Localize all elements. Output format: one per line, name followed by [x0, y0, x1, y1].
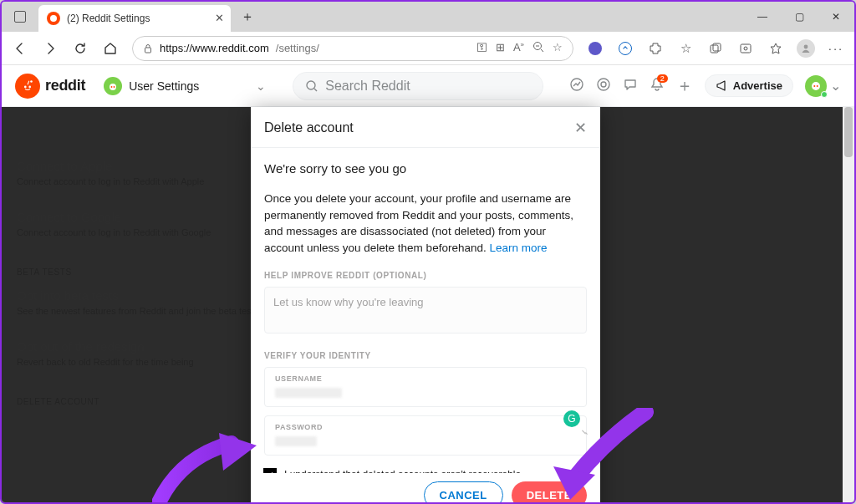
notifications-icon[interactable]: 2 — [650, 77, 665, 95]
browser-tab[interactable]: (2) Reddit Settings ✕ — [38, 5, 231, 32]
svg-point-12 — [114, 86, 115, 88]
back-button[interactable] — [7, 35, 33, 62]
modal-subtitle: We're sorry to see you go — [264, 161, 587, 176]
more-menu-button[interactable]: ··· — [823, 35, 849, 62]
home-button[interactable] — [97, 35, 124, 62]
url-host: https://www.reddit.com — [160, 42, 269, 54]
reddit-logo-text: reddit — [45, 77, 85, 94]
extension-1-icon[interactable] — [582, 35, 609, 62]
address-bar[interactable]: https://www.reddit.com/settings/ ⚿ ⊞ A» … — [132, 36, 573, 61]
reddit-logo[interactable]: reddit — [15, 74, 85, 99]
svg-point-13 — [307, 81, 315, 89]
password-field[interactable]: PASSWORD — [264, 415, 587, 456]
nav-label: User Settings — [129, 79, 199, 93]
megaphone-icon — [716, 79, 728, 92]
window-minimize-button[interactable]: — — [744, 2, 781, 32]
modal-description: Once you delete your account, your profi… — [264, 191, 587, 256]
svg-point-8 — [28, 85, 31, 88]
password-label: PASSWORD — [275, 423, 576, 431]
screenshot-icon[interactable] — [732, 35, 759, 62]
username-label: USERNAME — [275, 374, 576, 383]
scrollbar-track[interactable] — [843, 107, 854, 502]
create-post-icon[interactable]: ＋ — [676, 74, 693, 97]
profile-avatar[interactable] — [792, 35, 819, 62]
modal-title: Delete account — [264, 120, 354, 135]
reload-button[interactable] — [67, 35, 94, 62]
annotation-arrow-right — [545, 408, 654, 500]
chevron-down-icon: ⌄ — [256, 79, 266, 93]
consent-label: I understand that deleted accounts aren'… — [284, 469, 521, 473]
username-value-redacted — [275, 388, 342, 398]
svg-point-5 — [744, 47, 747, 50]
extensions-icon[interactable] — [642, 35, 669, 62]
chevron-down-icon: ⌄ — [830, 78, 841, 94]
chat-icon[interactable] — [623, 77, 638, 95]
username-field[interactable]: USERNAME — [264, 367, 587, 407]
nav-dropdown[interactable]: User Settings ⌄ — [97, 74, 273, 99]
svg-rect-0 — [145, 48, 151, 53]
new-tab-button[interactable]: ＋ — [236, 5, 259, 28]
svg-point-6 — [804, 44, 808, 48]
scrollbar-thumb[interactable] — [844, 107, 853, 157]
window-close-button[interactable]: ✕ — [818, 2, 854, 32]
reddit-logo-icon — [15, 74, 40, 99]
favorites-icon[interactable]: ☆ — [672, 35, 699, 62]
svg-point-16 — [601, 82, 606, 87]
svg-point-17 — [812, 82, 820, 90]
reddit-favicon-icon — [47, 12, 60, 25]
svg-point-10 — [110, 84, 116, 90]
performance-icon[interactable] — [762, 35, 789, 62]
svg-point-18 — [813, 85, 815, 87]
browser-toolbar: https://www.reddit.com/settings/ ⚿ ⊞ A» … — [2, 32, 854, 65]
popular-icon[interactable] — [569, 77, 584, 95]
password-value-redacted — [275, 436, 317, 446]
notif-badge: 2 — [657, 74, 668, 83]
browser-titlebar: (2) Reddit Settings ✕ ＋ — ▢ ✕ — [2, 2, 854, 32]
collections-icon[interactable] — [702, 35, 729, 62]
tab-title: (2) Reddit Settings — [67, 13, 150, 24]
zoom-icon[interactable] — [532, 41, 544, 55]
search-placeholder: Search Reddit — [325, 79, 410, 94]
consent-checkbox-row[interactable]: ✓ I understand that deleted accounts are… — [264, 469, 587, 473]
user-menu[interactable]: ⌄ — [805, 75, 841, 97]
svg-point-19 — [817, 85, 818, 87]
user-avatar-icon — [805, 75, 827, 97]
svg-point-11 — [111, 86, 113, 88]
favorite-star-icon[interactable]: ☆ — [553, 41, 563, 55]
learn-more-link[interactable]: Learn more — [489, 242, 547, 254]
window-maximize-button[interactable]: ▢ — [781, 2, 818, 32]
coin-icon[interactable] — [596, 77, 611, 95]
svg-rect-2 — [711, 45, 718, 53]
url-path: /settings/ — [276, 42, 319, 54]
svg-rect-3 — [713, 43, 721, 51]
extension-2-icon[interactable] — [612, 35, 639, 62]
presence-dot-icon — [821, 91, 828, 98]
svg-rect-4 — [741, 44, 751, 53]
svg-point-15 — [598, 79, 609, 90]
modal-close-icon[interactable]: ✕ — [574, 119, 587, 137]
annotation-arrow-left — [152, 433, 261, 504]
snoo-icon — [104, 77, 122, 95]
advertise-button[interactable]: Advertise — [705, 74, 793, 97]
lock-icon — [143, 43, 153, 53]
svg-point-7 — [24, 85, 27, 88]
read-aloud-icon[interactable]: A» — [513, 41, 524, 55]
apps-icon[interactable]: ⊞ — [496, 41, 505, 55]
consent-checkbox[interactable]: ✓ — [264, 469, 276, 473]
search-input[interactable]: Search Reddit — [293, 72, 543, 100]
password-key-icon[interactable]: ⚿ — [476, 41, 487, 55]
tab-close-icon[interactable]: ✕ — [215, 12, 224, 24]
help-section-label: HELP IMPROVE REDDIT (OPTIONAL) — [264, 271, 587, 280]
svg-point-9 — [30, 80, 33, 83]
cancel-button[interactable]: CANCEL — [424, 481, 503, 504]
reddit-header: reddit User Settings ⌄ Search Reddit 2 ＋… — [2, 65, 854, 107]
tab-actions-icon[interactable] — [2, 2, 38, 32]
verify-section-label: VERIFY YOUR IDENTITY — [264, 351, 587, 360]
feedback-textarea[interactable] — [264, 287, 587, 333]
search-icon — [305, 79, 318, 93]
advertise-label: Advertise — [733, 79, 782, 92]
forward-button[interactable] — [37, 35, 64, 62]
